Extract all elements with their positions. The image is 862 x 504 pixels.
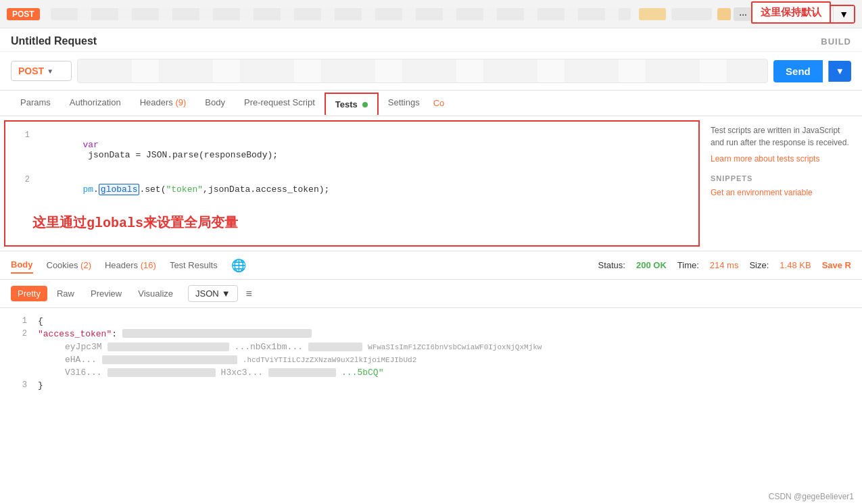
json-line-4: eHA... .hcdTViYTIiLCJzZXNzaW9uX2lkIjoiME… [11, 355, 851, 365]
side-description: Test scripts are written in JavaScript a… [711, 124, 851, 149]
res-headers-badge: (16) [141, 260, 156, 270]
res-tab-body[interactable]: Body [11, 257, 33, 274]
tab-prerequest[interactable]: Pre-request Script [235, 91, 325, 116]
status-value: 200 OK [636, 260, 667, 270]
side-panel: Test scripts are written in JavaScript a… [700, 116, 862, 251]
fmt-pretty[interactable]: Pretty [11, 286, 47, 301]
method-chevron: ▼ [47, 68, 53, 75]
tab-body[interactable]: Body [195, 91, 235, 116]
side-link[interactable]: Learn more about tests scripts [711, 154, 819, 163]
format-select[interactable]: JSON ▼ [188, 285, 238, 302]
headers-badge: (9) [175, 97, 186, 107]
method-badge-top: POST [7, 8, 40, 20]
size-value: 1.48 KB [780, 260, 811, 270]
format-row: Pretty Raw Preview Visualize JSON ▼ ≡ [0, 280, 862, 308]
fmt-preview[interactable]: Preview [84, 286, 128, 301]
token-value-blur [122, 329, 312, 338]
tab-settings[interactable]: Settings [379, 91, 429, 116]
tabs-row: Params Authorization Headers (9) Body Pr… [0, 91, 862, 116]
tab-authorization[interactable]: Authorization [60, 91, 130, 116]
time-label: Time: [677, 260, 699, 270]
json-line-3: eyJpc3M ...nbGx1bm... WFwaSIsImF1ZCI6bnV… [11, 342, 851, 352]
wrap-icon[interactable]: ≡ [246, 288, 252, 300]
dots-button[interactable]: ··· [734, 7, 752, 21]
main-content-area: 1 var jsonData = JSON.parse(responseBody… [0, 116, 862, 251]
url-bar-top [51, 8, 631, 20]
line-num-1: 1 [14, 130, 30, 140]
json-response: 1 { 2 "access_token" : eyJpc3M ...nbGx1b… [0, 308, 862, 430]
url-input[interactable] [77, 59, 768, 83]
url-row: POST ▼ Send ▼ [0, 52, 862, 91]
res-tab-testresults[interactable]: Test Results [170, 257, 218, 273]
json-line-6: 3 } [11, 380, 851, 390]
res-tab-headers[interactable]: Headers (16) [105, 257, 156, 273]
tests-active-badge [362, 102, 368, 107]
status-label: Status: [598, 260, 625, 270]
res-tab-cookies[interactable]: Cookies (2) [47, 257, 91, 273]
format-chevron: ▼ [222, 288, 231, 299]
cookies-badge: (2) [80, 260, 91, 270]
build-button[interactable]: BUILD [821, 36, 851, 47]
env-dropdown-btn[interactable]: ▼ [833, 6, 854, 22]
request-title-row: Untitled Request BUILD [0, 28, 862, 52]
time-value: 214 ms [710, 260, 739, 270]
line-num-2: 2 [14, 174, 30, 184]
save-response-button[interactable]: Save R [822, 260, 851, 270]
fmt-raw[interactable]: Raw [50, 286, 81, 301]
globals-annotation: 这里通过globals来设置全局变量 [32, 213, 238, 232]
fmt-visualize[interactable]: Visualize [131, 286, 180, 301]
json-line-2: 2 "access_token" : [11, 329, 851, 339]
send-button[interactable]: Send [773, 60, 823, 82]
tab-tests[interactable]: Tests [325, 93, 379, 115]
top-bar: POST ··· No Environment ▼ [0, 0, 862, 28]
method-select[interactable]: POST ▼ [11, 61, 72, 81]
response-bar: Body Cookies (2) Headers (16) Test Resul… [0, 251, 862, 280]
globals-highlight: globals [99, 184, 140, 195]
code-line-2: 2 pm.globals.set("token",jsonData.access… [14, 174, 690, 205]
code-content-1: var jsonData = JSON.parse(responseBody); [41, 130, 278, 170]
globe-icon: 🌐 [231, 258, 246, 273]
code-panel[interactable]: 1 var jsonData = JSON.parse(responseBody… [4, 120, 700, 247]
send-dropdown-button[interactable]: ▼ [828, 61, 851, 82]
res-status: Status: 200 OK Time: 214 ms Size: 1.48 K… [598, 260, 852, 270]
tab-more[interactable]: Co [429, 91, 449, 115]
json-line-5: V3l6... H3xc3... ...5bCQ" [11, 368, 851, 378]
snippets-label: SNIPPETS [711, 174, 851, 182]
side-snippets: SNIPPETS Get an environment variable [711, 174, 851, 197]
format-label: JSON [195, 288, 219, 299]
env-annotation: 这里保持默认 [751, 1, 831, 24]
tab-params[interactable]: Params [11, 91, 60, 116]
code-line-1: 1 var jsonData = JSON.parse(responseBody… [14, 130, 690, 170]
tab-headers[interactable]: Headers (9) [130, 91, 196, 116]
json-line-1: 1 { [11, 316, 851, 326]
size-label: Size: [749, 260, 769, 270]
snippet-link[interactable]: Get an environment variable [711, 188, 813, 197]
request-title: Untitled Request [11, 35, 97, 47]
code-content-2: pm.globals.set("token",jsonData.access_t… [41, 174, 329, 205]
method-label: POST [18, 66, 44, 76]
